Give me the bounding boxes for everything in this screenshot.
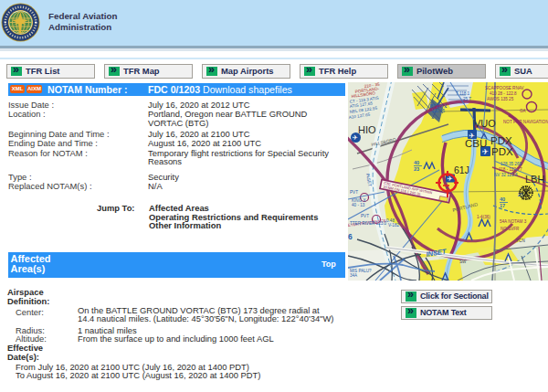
svg-text:LBH: LBH [525,174,544,185]
svg-text:PDX: PDX [491,146,513,157]
svg-text:40: 40 [500,196,505,202]
svg-text:40 - 13: 40 - 13 [352,203,365,207]
svg-text:GA: GA [520,109,527,113]
svg-text:34A: 34A [350,273,358,278]
svg-text:PVT: PVT [361,214,369,218]
svg-text:NOT FOR NAVIGATION: NOT FOR NAVIGATION [503,120,548,124]
svg-text:SW: SW [459,260,467,264]
svg-text:122.95: 122.95 [432,109,445,113]
svg-text:NO SVFR: NO SVFR [501,227,520,231]
svg-text:118 - 122.77: 118 - 122.77 [499,167,522,172]
svg-text:TTER RIVER 123.0: TTER RIVER 123.0 [350,221,387,226]
svg-text:54A NOTAM 3: 54A NOTAM 3 [500,219,527,224]
svg-text:NV 32 122.8: NV 32 122.8 [494,173,518,177]
svg-text:V-182: V-182 [388,223,399,228]
svg-text:1-4(36): 1-4(36) [477,215,490,219]
svg-text:61J: 61J [454,164,469,175]
svg-text:VUO: VUO [474,118,496,129]
svg-text:128.35 269: 128.35 269 [501,162,522,166]
svg-text:6: 6 [348,232,353,241]
svg-text:17: 17 [500,203,505,208]
svg-text:T 118.1: T 118.1 [456,91,470,96]
svg-text:PDX: PDX [490,135,512,146]
svg-text:40: 40 [414,160,419,165]
svg-text:PVT: PVT [350,190,358,195]
svg-text:CBU: CBU [465,138,487,149]
svg-text:25 T: 25 T [463,97,471,101]
svg-text:SCAPPOOSE RNAV: SCAPPOOSE RNAV [485,86,524,90]
svg-text:YCN: YCN [516,238,525,243]
svg-text:HIO: HIO [358,124,376,135]
svg-text:AWOS 135 25: AWOS 135 25 [487,97,514,101]
svg-text:23: 23 [414,166,419,172]
svg-text:410 28 - 122.8: 410 28 - 122.8 [490,91,517,96]
svg-text:✈: ✈ [353,133,358,142]
